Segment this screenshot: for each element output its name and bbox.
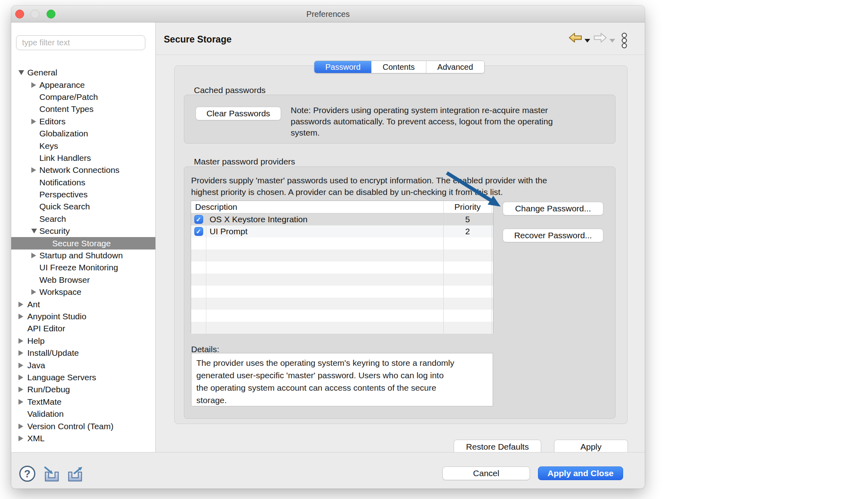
sidebar-item-general[interactable]: General [11,67,156,79]
export-preferences-icon[interactable] [65,465,85,483]
expand-arrow-icon[interactable] [18,399,23,405]
forward-arrow-icon[interactable] [593,32,607,43]
sidebar-item-notifications[interactable]: Notifications [11,176,156,189]
apply-and-close-button[interactable]: Apply and Close [538,467,623,480]
cancel-button[interactable]: Cancel [442,467,530,480]
expand-arrow-icon[interactable] [31,167,36,173]
sidebar-item-security[interactable]: Security [11,225,156,237]
sidebar-item-secure-storage[interactable]: Secure Storage [11,237,156,249]
expand-arrow-icon[interactable] [18,424,23,429]
sidebar-item-version-control-team-[interactable]: Version Control (Team) [11,420,156,432]
preferences-window: Preferences GeneralAppearanceCompare/Pat… [11,6,645,489]
sidebar-item-validation[interactable]: Validation [11,408,156,420]
provider-description [206,298,443,310]
sidebar-item-xml[interactable]: XML [11,432,156,444]
details-box[interactable]: The provider uses the operating system's… [191,353,493,406]
provider-priority [443,274,491,286]
sidebar-item-compare-patch[interactable]: Compare/Patch [11,91,156,103]
expand-arrow-icon[interactable] [18,314,23,319]
expand-arrow-icon[interactable] [18,387,23,392]
clear-passwords-button[interactable]: Clear Passwords [196,107,281,120]
sidebar-item-label: Help [27,336,45,346]
expand-arrow-icon[interactable] [31,253,36,258]
sidebar-item-language-servers[interactable]: Language Servers [11,371,156,383]
expand-arrow-icon[interactable] [18,302,23,307]
sidebar-item-link-handlers[interactable]: Link Handlers [11,152,156,164]
sidebar-item-ant[interactable]: Ant [11,298,156,310]
sidebar-item-ui-freeze-monitoring[interactable]: UI Freeze Monitoring [11,262,156,274]
sidebar-item-label: General [27,68,57,77]
help-icon[interactable]: ? [19,466,35,482]
sidebar-item-perspectives[interactable]: Perspectives [11,189,156,201]
sidebar-item-editors[interactable]: Editors [11,116,156,128]
tab-contents[interactable]: Contents [371,61,426,73]
filter-input[interactable] [16,35,145,50]
sidebar-item-appearance[interactable]: Appearance [11,79,156,91]
sidebar-item-label: Workspace [39,287,82,297]
provider-enabled-checkbox[interactable]: ✓ [194,227,203,236]
cached-passwords-label: Cached passwords [194,85,266,95]
sidebar-item-label: Search [39,214,66,224]
cached-passwords-note: Note: Providers using operating system i… [291,105,553,138]
sidebar-item-web-browser[interactable]: Web Browser [11,274,156,286]
sidebar-item-label: Perspectives [39,190,88,199]
expand-arrow-icon[interactable] [31,119,36,124]
sidebar-item-anypoint-studio[interactable]: Anypoint Studio [11,310,156,323]
column-header-priority[interactable]: Priority [443,201,491,213]
sidebar-item-run-debug[interactable]: Run/Debug [11,383,156,396]
sidebar-item-java[interactable]: Java [11,359,156,371]
collapse-arrow-icon[interactable] [31,229,37,233]
sidebar-item-content-types[interactable]: Content Types [11,103,156,115]
collapse-arrow-icon[interactable] [18,70,24,75]
titlebar: Preferences [11,6,645,22]
sidebar-item-network-connections[interactable]: Network Connections [11,164,156,176]
expand-arrow-icon[interactable] [18,375,23,380]
sidebar-item-label: Keys [39,141,58,151]
text-line: Note: Providers using operating system i… [291,105,553,116]
sidebar-item-search[interactable]: Search [11,213,156,225]
back-arrow-icon[interactable] [568,32,582,43]
sidebar-item-label: API Editor [27,324,65,333]
sidebar-item-label: Editors [39,117,65,126]
sidebar-item-keys[interactable]: Keys [11,140,156,152]
sidebar-item-startup-and-shutdown[interactable]: Startup and Shutdown [11,250,156,262]
text-line: The provider uses the operating system's… [196,357,488,369]
expand-arrow-icon[interactable] [18,363,23,368]
text-line: highest priority is chosen. A provider c… [191,186,547,198]
table-row-empty [191,237,493,250]
change-password-button[interactable]: Change Password... [503,202,603,215]
sidebar-item-api-editor[interactable]: API Editor [11,323,156,335]
sidebar-item-label: UI Freeze Monitoring [39,263,118,272]
sidebar-item-label: Network Connections [39,165,120,175]
table-row-empty [191,286,493,298]
view-menu-overflow-icon[interactable] [620,32,629,49]
tab-advanced[interactable]: Advanced [426,61,484,73]
recover-password-button[interactable]: Recover Password... [503,229,603,242]
table-row[interactable]: ✓UI Prompt2 [191,225,493,237]
provider-enabled-checkbox[interactable]: ✓ [194,215,203,224]
sidebar-item-label: Language Servers [27,373,96,382]
tab-password[interactable]: Password [314,61,371,73]
expand-arrow-icon[interactable] [18,350,23,356]
sidebar-item-globalization[interactable]: Globalization [11,128,156,140]
expand-arrow-icon[interactable] [18,436,23,441]
forward-history-dropdown-icon[interactable] [609,39,615,43]
column-header-description[interactable]: Description [191,201,443,213]
import-preferences-icon[interactable] [42,465,61,483]
sidebar-item-textmate[interactable]: TextMate [11,396,156,408]
providers-table: Description Priority ✓OS X Keystore Inte… [191,201,493,333]
provider-priority [443,322,491,334]
expand-arrow-icon[interactable] [18,338,23,344]
table-row-empty [191,298,493,310]
providers-intro: Providers supply 'master' passwords used… [191,174,547,198]
table-row[interactable]: ✓OS X Keystore Integration5 [191,213,493,225]
sidebar-item-workspace[interactable]: Workspace [11,286,156,298]
sidebar-item-quick-search[interactable]: Quick Search [11,201,156,213]
sidebar-item-help[interactable]: Help [11,335,156,347]
back-history-dropdown-icon[interactable] [585,39,590,43]
expand-arrow-icon[interactable] [31,82,36,88]
bottom-bar: ? Cancel Apply and Close [11,452,645,489]
table-row-empty [191,262,493,274]
expand-arrow-icon[interactable] [31,289,36,295]
sidebar-item-install-update[interactable]: Install/Update [11,347,156,359]
